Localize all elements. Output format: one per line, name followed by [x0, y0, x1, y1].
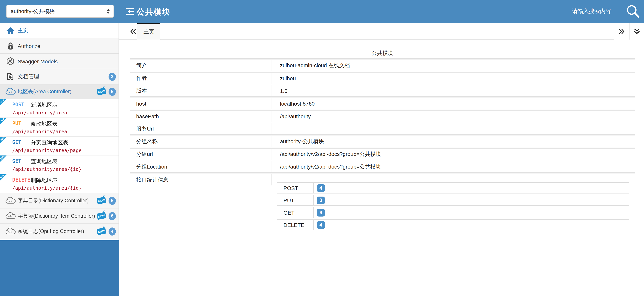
group-select-value: authority-公共模块 [11, 8, 104, 15]
api-item-get-area[interactable]: NEW GET 查询地区表 /api/authority/area/{id} [0, 155, 118, 174]
chevrons-down-icon [634, 28, 640, 35]
doc-gear-icon [4, 73, 16, 81]
api-cloud-icon: API [4, 197, 16, 204]
new-ribbon-icon: NEW [0, 155, 6, 162]
api-path: /api/authority/area/{id} [12, 166, 82, 172]
new-ribbon-icon: NEW [0, 118, 6, 124]
api-cloud-icon: API [4, 228, 16, 235]
chevrons-right-icon [619, 28, 625, 34]
api-path: /api/authority/area/page [12, 147, 82, 153]
table-row: host localhost:8760 [130, 98, 635, 109]
group-select[interactable]: authority-公共模块 [6, 5, 114, 18]
lock-icon [4, 42, 16, 50]
new-badge: NEW [96, 196, 106, 204]
count-badge: 4 [108, 227, 116, 235]
count-badge: 5 [108, 197, 116, 205]
api-name: 删除地区表 [31, 177, 58, 184]
new-badge: NEW [96, 87, 106, 95]
top-header-bar: authority-公共模块 公共模块 请输入搜索内容 [0, 0, 644, 23]
sidebar-item-home[interactable]: 主页 [0, 23, 118, 38]
api-cloud-icon: API [4, 212, 16, 220]
http-method: GET [12, 139, 21, 145]
app-root: authority-公共模块 公共模块 请输入搜索内容 主页 [0, 0, 644, 296]
svg-text:API: API [8, 215, 12, 218]
http-method: DELETE [12, 177, 30, 183]
tab-bar: 主页 [119, 23, 644, 40]
sidebar-item-label: 主页 [18, 27, 28, 34]
api-path: /api/authority/area [12, 129, 67, 134]
app-logo-icon [126, 7, 135, 16]
table-title: 公共模块 [130, 48, 635, 59]
module-info-table: 公共模块 简介 zuihou-admin-cloud 在线文档 作者 zuiho… [130, 48, 635, 235]
stats-row: POST 4 [277, 182, 629, 193]
tab-scroll-right-button[interactable] [614, 23, 630, 40]
sidebar-item-doc-manage[interactable]: 文档管理 3 [0, 69, 118, 85]
sidebar: 主页 Authorize Swagger Models [0, 23, 119, 296]
http-method: PUT [12, 121, 21, 126]
search-icon[interactable] [626, 4, 641, 19]
http-method: POST [12, 102, 24, 108]
home-icon [4, 27, 16, 34]
api-item-page-area[interactable]: NEW GET 分页查询地区表 /api/authority/area/page [0, 137, 118, 155]
table-row: 作者 zuihou [130, 72, 635, 84]
sidebar-item-label: 字典目录(Dictionary Controller) [18, 197, 89, 204]
stat-count-badge: 3 [317, 196, 325, 204]
tab-label: 主页 [144, 29, 154, 35]
table-row: 分组Location /api/authority/v2/api-docs?gr… [130, 161, 635, 173]
tab-menu-button[interactable] [630, 23, 644, 40]
tab-home[interactable]: 主页 [137, 23, 160, 40]
svg-text:API: API [8, 199, 12, 202]
main-content: 主页 公共模块 简介 zuihou-admin-clou [119, 23, 644, 296]
sidebar-item-swagger-models[interactable]: Swagger Models [0, 54, 118, 69]
sidebar-controller-area[interactable]: API 地区表(Area Controller) NEW 5 [0, 85, 118, 99]
sidebar-controller-dictionary-item[interactable]: API 字典项(Dictionary Item Controller) NEW … [0, 208, 118, 224]
api-list: NEW POST 新增地区表 /api/authority/area NEW P… [0, 99, 118, 193]
api-item-delete-area[interactable]: NEW DELETE 删除地区表 /api/authority/area/{id… [0, 174, 118, 193]
count-badge: 3 [108, 73, 116, 81]
new-ribbon-icon: NEW [0, 137, 6, 143]
sidebar-item-label: 地区表(Area Controller) [18, 88, 72, 95]
search-input[interactable]: 请输入搜索内容 [572, 8, 611, 15]
count-badge: 6 [108, 212, 116, 220]
new-ribbon-icon: NEW [0, 174, 6, 181]
table-row: 分组名称 authority-公共模块 [130, 136, 635, 147]
stat-count-badge: 4 [317, 184, 325, 192]
sidebar-item-label: 系统日志(Opt Log Controller) [18, 228, 84, 235]
sidebar-filler [0, 240, 119, 296]
table-row: 简介 zuihou-admin-cloud 在线文档 [130, 60, 635, 71]
svg-text:API: API [8, 230, 12, 233]
api-path: /api/authority/area/{id} [12, 185, 82, 191]
table-row: 分组url /api/authority/v2/api-docs?group=公… [130, 148, 635, 160]
sidebar-item-label: Swagger Models [18, 58, 58, 64]
select-arrows-icon [107, 9, 110, 14]
api-name: 查询地区表 [31, 158, 58, 165]
api-cloud-icon: API [4, 88, 16, 95]
sidebar-controller-dictionary[interactable]: API 字典目录(Dictionary Controller) NEW 5 [0, 193, 118, 208]
sidebar-item-label: Authorize [18, 43, 40, 49]
table-row: 服务Url [130, 123, 635, 135]
table-row-stats: 接口统计信息 POST 4 PUT 3 GET 9 [130, 174, 635, 235]
api-stats-table: POST 4 PUT 3 GET 9 DELETE [277, 182, 629, 230]
svg-text:API: API [8, 90, 12, 93]
stats-row: PUT 3 [277, 195, 629, 206]
sidebar-item-label: 字典项(Dictionary Item Controller) [18, 212, 95, 219]
api-name: 修改地区表 [31, 121, 58, 127]
new-ribbon-icon: NEW [0, 99, 6, 106]
sidebar-item-authorize[interactable]: Authorize [0, 38, 118, 54]
api-item-add-area[interactable]: NEW POST 新增地区表 /api/authority/area [0, 99, 118, 118]
page-title: 公共模块 [136, 7, 170, 17]
sidebar-controller-opt-log[interactable]: API 系统日志(Opt Log Controller) NEW 4 [0, 224, 118, 239]
table-row: basePath /api/authority [130, 110, 635, 122]
api-path: /api/authority/area [12, 110, 67, 116]
new-badge: NEW [96, 227, 106, 235]
api-item-update-area[interactable]: NEW PUT 修改地区表 /api/authority/area [0, 118, 118, 137]
api-name: 新增地区表 [31, 102, 58, 109]
new-badge: NEW [96, 212, 106, 220]
count-badge: 5 [108, 88, 116, 96]
stats-row: DELETE 4 [277, 219, 629, 230]
sidebar-item-label: 文档管理 [18, 73, 39, 80]
swagger-models-icon [4, 57, 16, 65]
stat-count-badge: 4 [317, 221, 325, 229]
stats-row: GET 9 [277, 207, 629, 218]
http-method: GET [12, 158, 21, 164]
